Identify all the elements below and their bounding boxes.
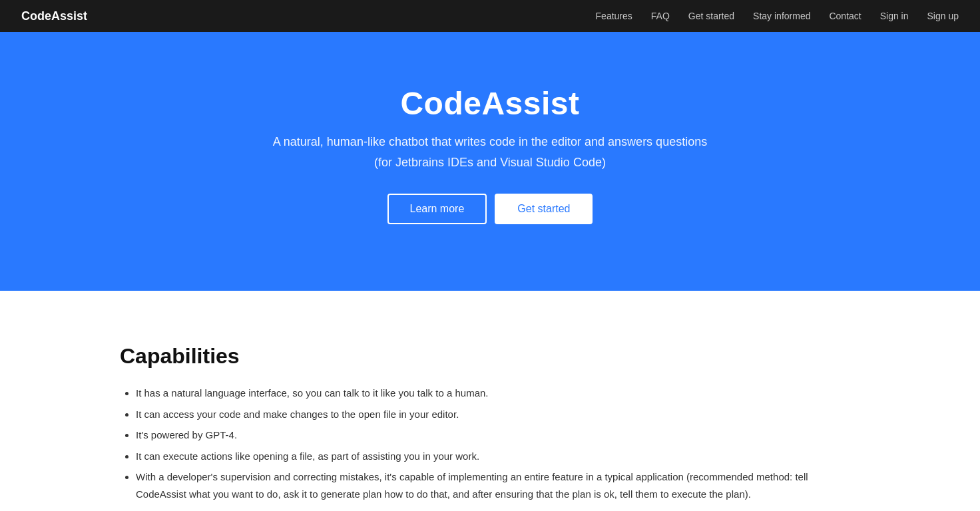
list-item: It has a natural language interface, so …	[136, 385, 860, 402]
nav-contact[interactable]: Contact	[829, 11, 861, 21]
nav-sign-in[interactable]: Sign in	[880, 11, 909, 21]
nav-links: Features FAQ Get started Stay informed C…	[596, 10, 959, 22]
capabilities-list: It has a natural language interface, so …	[120, 385, 860, 511]
nav-sign-up[interactable]: Sign up	[927, 11, 959, 21]
nav-features[interactable]: Features	[596, 11, 632, 21]
list-item: It has long-term memory (not persistent,…	[136, 506, 860, 511]
hero-subtitle2: (for Jetbrains IDEs and Visual Studio Co…	[21, 156, 959, 170]
learn-more-button[interactable]: Learn more	[387, 194, 487, 224]
nav-brand[interactable]: CodeAssist	[21, 9, 87, 23]
nav-get-started[interactable]: Get started	[688, 11, 734, 21]
navbar: CodeAssist Features FAQ Get started Stay…	[0, 0, 980, 32]
capabilities-title: Capabilities	[120, 344, 860, 369]
list-item: It can execute actions like opening a fi…	[136, 448, 860, 465]
get-started-button[interactable]: Get started	[495, 194, 593, 224]
hero-title: CodeAssist	[21, 85, 959, 122]
capabilities-section: Capabilities It has a natural language i…	[0, 291, 980, 511]
list-item: It can access your code and make changes…	[136, 406, 860, 423]
hero-buttons: Learn more Get started	[21, 194, 959, 224]
hero-subtitle: A natural, human-like chatbot that write…	[21, 135, 959, 149]
nav-faq[interactable]: FAQ	[651, 11, 670, 21]
hero-section: CodeAssist A natural, human-like chatbot…	[0, 32, 980, 291]
nav-stay-informed[interactable]: Stay informed	[753, 11, 810, 21]
list-item: With a developer's supervision and corre…	[136, 468, 860, 502]
list-item: It's powered by GPT-4.	[136, 426, 860, 444]
